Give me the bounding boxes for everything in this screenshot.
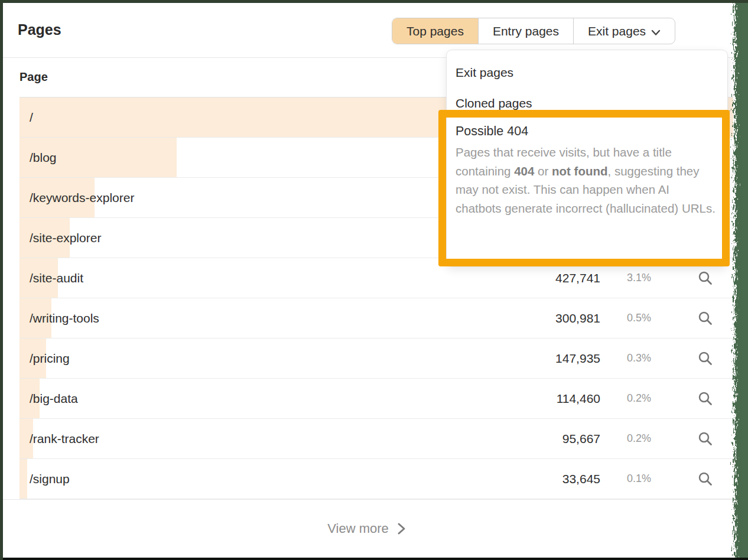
table-footer: View more — [0, 500, 733, 558]
share-value: 0.5% — [627, 298, 651, 338]
share-value: 0.2% — [627, 379, 651, 418]
page-url: /big-data — [30, 379, 78, 418]
magnifier-icon[interactable] — [697, 270, 713, 286]
screenshot-frame: Pages Top pages Entry pages Exit pages P… — [0, 0, 748, 560]
tab-label: Top pages — [406, 24, 464, 38]
magnifier-icon[interactable] — [697, 350, 713, 366]
view-tabs: Top pages Entry pages Exit pages — [392, 18, 675, 44]
possible-404-description: Pages that receive visits, but have a ti… — [456, 143, 718, 217]
dropdown-item-possible-404[interactable]: Possible 404 Pages that receive visits, … — [447, 119, 727, 217]
table-row[interactable]: /big-data114,4600.2% — [19, 379, 733, 419]
share-value: 0.3% — [627, 338, 651, 378]
frame-border-bottom — [0, 558, 748, 560]
magnifier-icon[interactable] — [697, 310, 713, 326]
table-row[interactable]: /rank-tracker95,6670.2% — [19, 419, 733, 459]
magnifier-icon[interactable] — [697, 431, 713, 447]
page-title: Pages — [18, 21, 61, 38]
page-url: /rank-tracker — [30, 419, 99, 458]
page-url: / — [30, 97, 33, 137]
page-url: /pricing — [30, 338, 70, 378]
page-url: /keywords-explorer — [30, 178, 134, 217]
visits-value: 114,460 — [557, 379, 600, 418]
tab-label: Entry pages — [493, 24, 559, 38]
visits-value: 33,645 — [562, 459, 600, 499]
table-row[interactable]: /pricing147,9350.3% — [19, 338, 733, 379]
visits-value: 147,935 — [555, 338, 600, 378]
tab-exit-pages[interactable]: Exit pages — [574, 18, 675, 44]
dropdown-item-cloned-pages[interactable]: Cloned pages — [447, 88, 727, 119]
share-value: 0.1% — [627, 459, 651, 499]
tab-label: Exit pages — [588, 24, 646, 38]
page-url: /site-audit — [30, 258, 83, 298]
frame-border-top — [0, 0, 748, 3]
chevron-right-icon — [397, 522, 406, 535]
page-url: /signup — [30, 459, 70, 499]
tab-entry-pages[interactable]: Entry pages — [479, 18, 574, 44]
chevron-down-icon — [651, 25, 661, 39]
page-url: /site-explorer — [30, 218, 101, 258]
frame-border-left — [0, 0, 3, 560]
page-url: /writing-tools — [30, 298, 99, 338]
column-header-page: Page — [19, 70, 48, 84]
table-row[interactable]: /writing-tools300,9810.5% — [19, 298, 733, 338]
possible-404-title: Possible 404 — [456, 124, 719, 139]
visits-value: 95,667 — [562, 419, 600, 458]
view-more-button[interactable]: View more — [327, 521, 406, 536]
share-value: 0.2% — [627, 419, 651, 458]
visits-value: 300,981 — [555, 298, 600, 338]
view-more-label: View more — [327, 521, 389, 536]
dropdown-item-exit-pages[interactable]: Exit pages — [447, 57, 727, 88]
page-url: /blog — [30, 138, 57, 177]
tab-top-pages[interactable]: Top pages — [392, 18, 479, 44]
table-row[interactable]: /signup33,6450.1% — [19, 459, 733, 499]
magnifier-icon[interactable] — [697, 390, 713, 406]
traffic-bar — [19, 459, 27, 499]
magnifier-icon[interactable] — [697, 471, 713, 487]
exit-pages-dropdown: Exit pagesCloned pages Possible 404 Page… — [446, 50, 728, 267]
